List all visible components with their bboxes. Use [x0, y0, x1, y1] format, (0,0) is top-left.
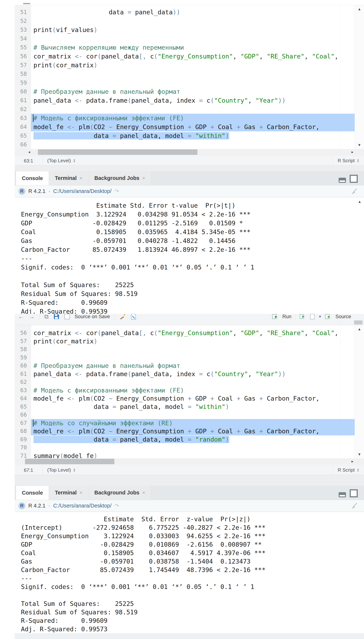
editor-line[interactable]: 65 data = panel_data, model = "within"): [15, 403, 355, 411]
working-directory-link[interactable]: C:/Users/anara/Desktop/: [53, 188, 112, 194]
scroll-down-icon[interactable]: ▼: [355, 452, 364, 456]
open-directory-icon[interactable]: ↷: [114, 502, 119, 509]
code-text: [31, 70, 355, 78]
scroll-down-icon[interactable]: ▼: [355, 143, 364, 147]
scope-selector[interactable]: (Top Level) ▲▼: [42, 158, 333, 164]
close-icon[interactable]: ×: [80, 490, 82, 495]
editor-vertical-scrollbar[interactable]: ▲ ▼: [354, 325, 364, 458]
editor-line[interactable]: 61panel_data <- pdata.frame(panel_data, …: [15, 96, 355, 105]
forward-icon[interactable]: →: [29, 314, 34, 320]
editor-line[interactable]: 52: [15, 17, 355, 25]
close-icon[interactable]: ×: [142, 175, 145, 181]
show-in-new-window-icon[interactable]: ⧉: [44, 314, 48, 320]
run-icon[interactable]: [272, 314, 278, 320]
console-output-line: Coal 0.158905 0.034607 4.5917 4.397e-06 …: [21, 549, 364, 557]
editor-line[interactable]: 57print(cor_matrix): [15, 61, 355, 70]
scope-selector[interactable]: (Top Level) ▲▼: [42, 467, 333, 473]
editor-horizontal-scrollbar[interactable]: ◂ ▸: [15, 458, 364, 465]
maximize-pane-icon[interactable]: [350, 175, 358, 183]
scroll-right-icon[interactable]: ▸: [352, 459, 353, 463]
editor-line[interactable]: 67# Модель со случайными эффектами (RE): [15, 419, 355, 427]
file-type-label: R Script: [338, 158, 354, 164]
r-version: R 4.2.1: [28, 188, 46, 194]
editor-line[interactable]: 68model_re <- plm(CO2 ~ Energy_Consumpti…: [15, 427, 355, 435]
editor-line[interactable]: 66: [15, 411, 355, 419]
clear-console-icon[interactable]: [350, 502, 358, 511]
editor-line[interactable]: 59: [15, 78, 355, 87]
console-output-line: Signif. codes: 0 ‘***’ 0.001 ‘**’ 0.01 ‘…: [21, 582, 364, 591]
scrollbar-thumb[interactable]: [25, 459, 114, 464]
minimize-pane-icon[interactable]: [339, 492, 346, 497]
editor-line[interactable]: 63# Модель с фиксированными эффектами (F…: [15, 114, 355, 123]
editor-line[interactable]: 64model_fe <- plm(CO2 ~ Energy_Consumpti…: [15, 394, 355, 403]
tab-terminal[interactable]: Terminal×: [49, 486, 88, 500]
clear-console-icon[interactable]: [350, 188, 358, 196]
chevron-down-icon[interactable]: ▾: [319, 314, 321, 319]
editor-line[interactable]: 57print(cor_matrix): [15, 337, 355, 345]
editor-line[interactable]: 55# Вычисляем корреляцию между переменны…: [15, 43, 355, 52]
editor-line[interactable]: 60# Преобразуем данные в панельный форма…: [15, 362, 355, 370]
line-number: 64: [15, 394, 31, 403]
console-output-line: Gas -0.059701 0.038758 -1.5404 0.123473: [21, 557, 364, 566]
source-button[interactable]: Source: [335, 314, 351, 320]
source-icon[interactable]: [325, 314, 331, 320]
scroll-up-icon[interactable]: ▲: [358, 200, 362, 204]
tab-console[interactable]: Console: [16, 486, 49, 500]
pane-divider: [15, 475, 364, 486]
source-editor[interactable]: 51 data = panel_data))5253print(vif_valu…: [15, 5, 364, 149]
magic-wand-icon[interactable]: [120, 314, 126, 320]
open-directory-icon[interactable]: ↷: [114, 188, 119, 194]
editor-line[interactable]: 59: [15, 354, 355, 362]
tab-background-jobs[interactable]: Background Jobs×: [88, 171, 151, 185]
scroll-up-icon[interactable]: ▲: [355, 327, 364, 331]
editor-line[interactable]: 53print(vif_values): [15, 25, 355, 34]
pane-button[interactable]: [354, 320, 362, 324]
editor-vertical-scrollbar[interactable]: ▲ ▼: [354, 5, 364, 149]
editor-line[interactable]: 65 data = panel_data, model = "within"): [15, 131, 355, 140]
tab-label: Background Jobs: [94, 175, 139, 181]
tab-background-jobs[interactable]: Background Jobs×: [88, 486, 151, 500]
scroll-up-icon[interactable]: ▲: [355, 7, 364, 11]
file-type-selector[interactable]: R Script ▲▼: [333, 465, 364, 475]
editor-line[interactable]: 56cor_matrix <- cor(panel_data[, c("Ener…: [15, 52, 355, 61]
editor-line[interactable]: 61panel_data <- pdata.frame(panel_data, …: [15, 370, 355, 378]
code-text: data = panel_data, model = "within"): [31, 131, 355, 140]
maximize-pane-icon[interactable]: [350, 489, 358, 497]
minimize-pane-icon[interactable]: [339, 178, 346, 183]
rerun-icon[interactable]: [300, 314, 306, 320]
updown-icon: ▲▼: [357, 159, 359, 163]
close-icon[interactable]: ×: [142, 490, 145, 495]
editor-line[interactable]: 64model_fe <- plm(CO2 ~ Energy_Consumpti…: [15, 123, 355, 131]
close-icon[interactable]: ×: [80, 175, 82, 181]
editor-line[interactable]: 69 data = panel_data, model = "random"): [15, 435, 355, 444]
editor-line[interactable]: 56cor_matrix <- cor(panel_data[, c("Ener…: [15, 329, 355, 337]
working-directory-link[interactable]: C:/Users/anara/Desktop/: [53, 503, 112, 509]
editor-line[interactable]: 58: [15, 345, 355, 354]
save-icon[interactable]: [53, 314, 60, 320]
editor-line[interactable]: 51 data = panel_data)): [15, 8, 355, 17]
editor-line[interactable]: 58: [15, 70, 355, 78]
run-button[interactable]: Run: [282, 314, 292, 320]
editor-line[interactable]: 54: [15, 34, 355, 43]
scroll-left-icon[interactable]: ◂: [28, 150, 30, 154]
file-type-selector[interactable]: R Script ▲▼: [333, 156, 364, 165]
back-icon[interactable]: ←: [18, 314, 24, 320]
tab-console[interactable]: Console: [16, 171, 49, 185]
scrollbar-thumb[interactable]: [38, 149, 198, 155]
go-to-next-chunk-icon[interactable]: [310, 314, 315, 320]
line-number: 62: [15, 378, 31, 386]
editor-line[interactable]: 71summary(model_fe): [15, 452, 355, 459]
editor-line[interactable]: 70: [15, 443, 355, 452]
source-on-save-checkbox[interactable]: [64, 314, 70, 319]
editor-line[interactable]: 66: [15, 140, 355, 149]
scroll-right-icon[interactable]: ▸: [352, 150, 353, 154]
editor-line[interactable]: 62: [15, 378, 355, 386]
editor-line[interactable]: 62: [15, 105, 355, 114]
compile-report-icon[interactable]: [131, 314, 136, 320]
editor-horizontal-scrollbar[interactable]: ◂ ▸: [15, 149, 364, 155]
tab-terminal[interactable]: Terminal×: [49, 171, 88, 185]
console-tab-bar: ConsoleTerminal×Background Jobs×: [15, 171, 364, 185]
source-editor[interactable]: 56cor_matrix <- cor(panel_data[, c("Ener…: [15, 325, 364, 458]
editor-line[interactable]: 60# Преобразуем данные в панельный форма…: [15, 87, 355, 96]
editor-line[interactable]: 63# Модель с фиксированными эффектами (F…: [15, 386, 355, 395]
